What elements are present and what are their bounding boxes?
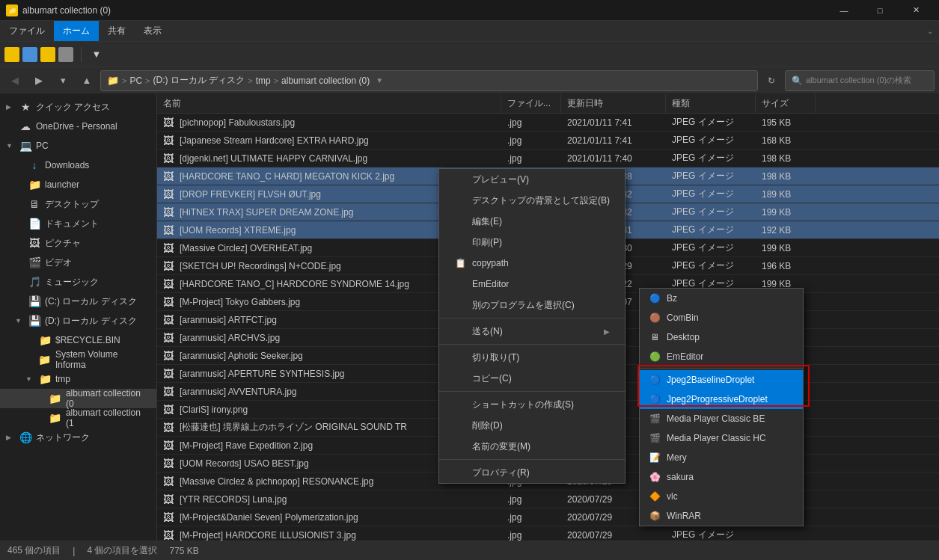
path-disk[interactable]: (D:) ローカル ディスク — [153, 74, 245, 87]
context-menu-item[interactable]: 編集(E) — [439, 211, 625, 232]
context-menu-item[interactable]: プロパティ(R) — [439, 462, 625, 483]
submenu-item[interactable]: 🟤 ComBin — [640, 308, 803, 327]
context-menu-item[interactable]: コピー(C) — [439, 368, 625, 389]
submenu-item[interactable]: 🔵 Bz — [640, 289, 803, 308]
context-menu-item[interactable]: 📋 copypath — [439, 253, 625, 274]
sidebar-item-pc[interactable]: ▼ 💻 PC — [0, 136, 156, 156]
submenu-app-icon: 🔵 — [649, 292, 661, 304]
context-menu-item[interactable]: 別のプログラムを選択(C) — [439, 295, 625, 316]
toolbar-down-icon[interactable]: ▼ — [86, 44, 107, 65]
context-menu-item[interactable]: 名前の変更(M) — [439, 436, 625, 457]
file-name: [pichnopop] Fabuloustars.jpg — [180, 117, 295, 128]
desktop-icon: 🖥 — [28, 198, 40, 210]
sidebar-item-albumart0[interactable]: 📁 albumart collection (0 — [0, 389, 156, 408]
file-type-cell: JPEG イメージ — [666, 152, 756, 164]
menu-file[interactable]: ファイル — [0, 21, 54, 41]
sidebar-item-quick-access[interactable]: ▶ ★ クイック アクセス — [0, 97, 156, 117]
header-size[interactable]: サイズ — [756, 94, 816, 113]
header-date[interactable]: 更新日時 — [561, 94, 666, 113]
submenu-item[interactable]: 🎬 Media Player Classic HC — [640, 428, 803, 448]
search-icon: 🔍 — [792, 76, 803, 86]
sidebar-item-onedrive[interactable]: ☁ OneDrive - Personal — [0, 117, 156, 136]
submenu-item[interactable]: 🔵 Jpeg2ProgressiveDroplet — [640, 390, 803, 409]
path-current[interactable]: albumart collection (0) — [281, 76, 370, 86]
context-menu-item[interactable]: 削除(D) — [439, 415, 625, 436]
context-menu-item[interactable]: ショートカットの作成(S) — [439, 394, 625, 415]
table-row[interactable]: 🖼 [M-Project] HARDCORE ILLUSIONIST 3.jpg… — [157, 526, 939, 541]
submenu-item[interactable]: 📦 WinRAR — [640, 506, 803, 526]
sidebar-item-tmp[interactable]: ▼ 📁 tmp — [0, 369, 156, 389]
sidebar-label-documents: ドキュメント — [45, 218, 99, 230]
context-item-icon — [454, 299, 466, 311]
downloads-icon: ↓ — [28, 159, 40, 171]
context-item-icon — [454, 351, 466, 363]
submenu-item[interactable]: 🎬 Media Player Classic BE — [640, 409, 803, 428]
maximize-button[interactable]: □ — [863, 0, 897, 21]
path-sep1: > — [122, 76, 126, 85]
minimize-button[interactable]: — — [827, 0, 861, 21]
sidebar-item-network[interactable]: ▶ 🌐 ネットワーク — [0, 428, 156, 447]
table-row[interactable]: 🖼 [Japanese Stream Hardcore] EXTRA HARD.… — [157, 132, 939, 150]
nav-up-button[interactable]: ▲ — [76, 70, 97, 91]
nav-recent-button[interactable]: ▾ — [52, 70, 73, 91]
file-type-cell: JPEG イメージ — [666, 529, 756, 541]
sidebar-item-recycle[interactable]: 📁 $RECYCLE.BIN — [0, 330, 156, 350]
tmp-icon: 📁 — [39, 373, 51, 385]
context-menu-item[interactable]: プレビュー(V) — [439, 169, 625, 190]
file-size-cell: 168 KB — [756, 135, 816, 146]
close-button[interactable]: ✕ — [899, 0, 933, 21]
table-row[interactable]: 🖼 [YTR RECORDS] Luna.jpg .jpg 2020/07/29… — [157, 490, 939, 508]
submenu-item[interactable]: 🟢 EmEditor — [640, 347, 803, 366]
sidebar-item-music[interactable]: 🎵 ミュージック — [0, 272, 156, 292]
file-date-cell: 2021/01/11 7:41 — [561, 117, 666, 128]
sidebar-item-desktop[interactable]: 🖥 デスクトップ — [0, 194, 156, 214]
sidebar-item-local-d[interactable]: ▼ 💾 (D:) ローカル ディスク — [0, 311, 156, 330]
context-menu-item[interactable]: EmEditor — [439, 274, 625, 295]
submenu-item[interactable]: 🔶 vlc — [640, 487, 803, 506]
context-menu-item[interactable]: 印刷(P) — [439, 232, 625, 253]
path-pc[interactable]: PC — [129, 76, 142, 86]
table-row[interactable]: 🖼 [M-Project&Daniel Seven] Polymerizatio… — [157, 508, 939, 526]
file-icon: 🖼 — [163, 278, 175, 290]
file-name: [aranmusic] ARCHVS.jpg — [180, 333, 280, 343]
sidebar-item-local-c[interactable]: 💾 (C:) ローカル ディスク — [0, 292, 156, 311]
search-box[interactable]: 🔍 albumart collection (0)の検索 — [785, 70, 935, 91]
sidebar-label-launcher: launcher — [45, 179, 79, 190]
sidebar-item-sysvolume[interactable]: 📁 System Volume Informa — [0, 350, 156, 369]
menu-share[interactable]: 共有 — [99, 21, 135, 41]
sidebar-label-pictures: ピクチャ — [45, 237, 81, 250]
sidebar-item-albumart1[interactable]: 📁 albumart collection (1 — [0, 408, 156, 428]
file-icon: 🖼 — [163, 296, 175, 308]
header-ext[interactable]: ファイル... — [501, 94, 561, 113]
header-type[interactable]: 種類 — [666, 94, 756, 113]
sidebar-item-documents[interactable]: 📄 ドキュメント — [0, 214, 156, 233]
sidebar-label-local-d: (D:) ローカル ディスク — [45, 315, 137, 327]
path-dropdown-icon[interactable]: ▼ — [376, 76, 383, 84]
sidebar-item-pictures[interactable]: 🖼 ピクチャ — [0, 233, 156, 253]
context-menu-item[interactable]: 送る(N) ▶ — [439, 321, 625, 342]
submenu-item[interactable]: 🔵 Jpeg2BaselineDroplet — [640, 370, 803, 390]
table-row[interactable]: 🖼 [djgenki.net] ULTIMATE HAPPY CARNIVAL.… — [157, 150, 939, 167]
header-name[interactable]: 名前 — [157, 94, 501, 113]
sidebar-item-launcher[interactable]: 📁 launcher — [0, 175, 156, 194]
menu-view[interactable]: 表示 — [135, 21, 171, 41]
submenu-item[interactable]: 🌸 sakura — [640, 467, 803, 487]
submenu-item[interactable]: 🖥 Desktop — [640, 327, 803, 347]
table-row[interactable]: 🖼 [pichnopop] Fabuloustars.jpg .jpg 2021… — [157, 114, 939, 132]
sidebar-item-downloads[interactable]: ↓ Downloads — [0, 156, 156, 175]
submenu-app-icon: 🔵 — [649, 374, 661, 386]
window-controls[interactable]: — □ ✕ — [827, 0, 933, 21]
nav-forward-button[interactable]: ▶ — [28, 70, 49, 91]
sidebar-item-videos[interactable]: 🎬 ビデオ — [0, 253, 156, 272]
address-path[interactable]: 📁 > PC > (D:) ローカル ディスク > tmp > albumart… — [100, 70, 758, 91]
submenu-item[interactable]: 📝 Mery — [640, 448, 803, 467]
onedrive-icon: ☁ — [19, 120, 31, 132]
context-menu-item[interactable]: デスクトップの背景として設定(B) — [439, 190, 625, 211]
context-menu-item[interactable]: 切り取り(T) — [439, 347, 625, 368]
menu-home[interactable]: ホーム — [54, 21, 99, 41]
toolbar: ▼ — [0, 42, 939, 67]
path-tmp[interactable]: tmp — [256, 76, 271, 86]
refresh-button[interactable]: ↻ — [761, 70, 782, 91]
context-item-label: copypath — [472, 258, 509, 268]
nav-back-button[interactable]: ◀ — [4, 70, 25, 91]
